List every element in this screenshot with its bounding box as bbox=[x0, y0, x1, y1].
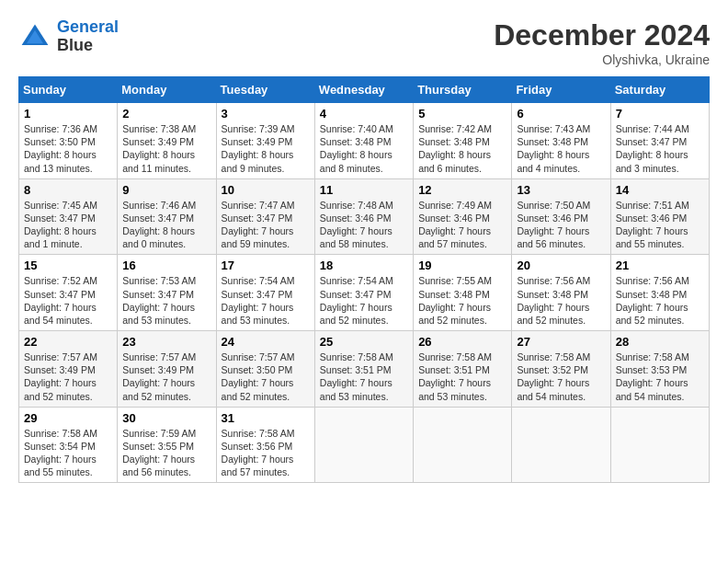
logo-text: General Blue bbox=[57, 18, 119, 55]
day-info: Sunrise: 7:44 AM Sunset: 3:47 PM Dayligh… bbox=[616, 122, 704, 175]
day-info: Sunrise: 7:57 AM Sunset: 3:50 PM Dayligh… bbox=[222, 350, 310, 403]
logo-icon bbox=[18, 20, 51, 53]
day-info: Sunrise: 7:36 AM Sunset: 3:50 PM Dayligh… bbox=[24, 122, 112, 175]
day-number: 6 bbox=[517, 107, 605, 121]
calendar-cell: 21Sunrise: 7:56 AM Sunset: 3:48 PM Dayli… bbox=[610, 255, 709, 331]
day-number: 13 bbox=[517, 183, 605, 197]
day-number: 29 bbox=[24, 411, 112, 425]
day-number: 14 bbox=[616, 183, 704, 197]
weekday-friday: Friday bbox=[512, 77, 610, 103]
calendar-cell bbox=[414, 407, 512, 483]
week-row-5: 29Sunrise: 7:58 AM Sunset: 3:54 PM Dayli… bbox=[19, 407, 710, 483]
day-number: 2 bbox=[122, 107, 210, 121]
day-number: 20 bbox=[517, 259, 605, 272]
calendar-cell: 12Sunrise: 7:49 AM Sunset: 3:46 PM Dayli… bbox=[414, 178, 512, 255]
weekday-sunday: Sunday bbox=[19, 77, 118, 103]
day-number: 19 bbox=[418, 259, 506, 272]
day-number: 25 bbox=[320, 335, 408, 349]
weekday-thursday: Thursday bbox=[414, 77, 512, 103]
day-info: Sunrise: 7:48 AM Sunset: 3:46 PM Dayligh… bbox=[320, 199, 408, 251]
calendar-table: SundayMondayTuesdayWednesdayThursdayFrid… bbox=[18, 76, 710, 483]
day-info: Sunrise: 7:59 AM Sunset: 3:55 PM Dayligh… bbox=[122, 427, 210, 479]
day-number: 12 bbox=[418, 183, 506, 197]
calendar-cell: 5Sunrise: 7:42 AM Sunset: 3:48 PM Daylig… bbox=[414, 103, 512, 179]
day-info: Sunrise: 7:56 AM Sunset: 3:48 PM Dayligh… bbox=[517, 274, 605, 327]
week-row-3: 15Sunrise: 7:52 AM Sunset: 3:47 PM Dayli… bbox=[19, 255, 710, 331]
title-block: December 2024 Olyshivka, Ukraine bbox=[494, 18, 710, 67]
weekday-monday: Monday bbox=[118, 77, 216, 103]
day-number: 23 bbox=[122, 335, 210, 349]
calendar-cell: 1Sunrise: 7:36 AM Sunset: 3:50 PM Daylig… bbox=[19, 103, 118, 179]
calendar-cell: 22Sunrise: 7:57 AM Sunset: 3:49 PM Dayli… bbox=[19, 331, 118, 408]
day-info: Sunrise: 7:56 AM Sunset: 3:48 PM Dayligh… bbox=[616, 274, 704, 327]
calendar-cell: 25Sunrise: 7:58 AM Sunset: 3:51 PM Dayli… bbox=[314, 331, 413, 408]
calendar-cell bbox=[314, 407, 413, 483]
day-info: Sunrise: 7:45 AM Sunset: 3:47 PM Dayligh… bbox=[24, 199, 112, 251]
calendar-cell: 3Sunrise: 7:39 AM Sunset: 3:49 PM Daylig… bbox=[216, 103, 314, 179]
day-info: Sunrise: 7:39 AM Sunset: 3:49 PM Dayligh… bbox=[222, 122, 310, 175]
day-number: 27 bbox=[517, 335, 605, 349]
day-number: 9 bbox=[122, 183, 210, 197]
calendar-cell: 16Sunrise: 7:53 AM Sunset: 3:47 PM Dayli… bbox=[118, 255, 216, 331]
calendar-cell: 26Sunrise: 7:58 AM Sunset: 3:51 PM Dayli… bbox=[414, 331, 512, 408]
week-row-1: 1Sunrise: 7:36 AM Sunset: 3:50 PM Daylig… bbox=[19, 103, 710, 179]
calendar-cell: 30Sunrise: 7:59 AM Sunset: 3:55 PM Dayli… bbox=[118, 407, 216, 483]
day-info: Sunrise: 7:55 AM Sunset: 3:48 PM Dayligh… bbox=[418, 274, 506, 327]
day-info: Sunrise: 7:58 AM Sunset: 3:52 PM Dayligh… bbox=[517, 350, 605, 403]
logo: General Blue bbox=[18, 18, 119, 55]
day-info: Sunrise: 7:38 AM Sunset: 3:49 PM Dayligh… bbox=[122, 122, 210, 175]
week-row-4: 22Sunrise: 7:57 AM Sunset: 3:49 PM Dayli… bbox=[19, 331, 710, 408]
calendar-cell: 11Sunrise: 7:48 AM Sunset: 3:46 PM Dayli… bbox=[314, 178, 413, 255]
day-number: 18 bbox=[320, 259, 408, 272]
day-info: Sunrise: 7:47 AM Sunset: 3:47 PM Dayligh… bbox=[222, 199, 310, 251]
day-info: Sunrise: 7:43 AM Sunset: 3:48 PM Dayligh… bbox=[517, 122, 605, 175]
day-info: Sunrise: 7:49 AM Sunset: 3:46 PM Dayligh… bbox=[418, 199, 506, 251]
calendar-cell: 17Sunrise: 7:54 AM Sunset: 3:47 PM Dayli… bbox=[216, 255, 314, 331]
day-number: 7 bbox=[616, 107, 704, 121]
calendar-cell: 10Sunrise: 7:47 AM Sunset: 3:47 PM Dayli… bbox=[216, 178, 314, 255]
calendar-cell: 23Sunrise: 7:57 AM Sunset: 3:49 PM Dayli… bbox=[118, 331, 216, 408]
calendar-cell: 7Sunrise: 7:44 AM Sunset: 3:47 PM Daylig… bbox=[610, 103, 709, 179]
calendar-cell: 8Sunrise: 7:45 AM Sunset: 3:47 PM Daylig… bbox=[19, 178, 118, 255]
day-number: 26 bbox=[418, 335, 506, 349]
day-number: 17 bbox=[222, 259, 310, 272]
weekday-header-row: SundayMondayTuesdayWednesdayThursdayFrid… bbox=[19, 77, 710, 103]
day-number: 28 bbox=[616, 335, 704, 349]
day-info: Sunrise: 7:58 AM Sunset: 3:56 PM Dayligh… bbox=[222, 427, 310, 479]
calendar-cell: 24Sunrise: 7:57 AM Sunset: 3:50 PM Dayli… bbox=[216, 331, 314, 408]
calendar-cell: 19Sunrise: 7:55 AM Sunset: 3:48 PM Dayli… bbox=[414, 255, 512, 331]
calendar-cell: 14Sunrise: 7:51 AM Sunset: 3:46 PM Dayli… bbox=[610, 178, 709, 255]
day-number: 10 bbox=[222, 183, 310, 197]
page-header: General Blue December 2024 Olyshivka, Uk… bbox=[18, 18, 710, 67]
day-number: 1 bbox=[24, 107, 112, 121]
calendar-cell: 27Sunrise: 7:58 AM Sunset: 3:52 PM Dayli… bbox=[512, 331, 610, 408]
calendar-cell: 28Sunrise: 7:58 AM Sunset: 3:53 PM Dayli… bbox=[610, 331, 709, 408]
calendar-cell: 15Sunrise: 7:52 AM Sunset: 3:47 PM Dayli… bbox=[19, 255, 118, 331]
day-info: Sunrise: 7:50 AM Sunset: 3:46 PM Dayligh… bbox=[517, 199, 605, 251]
day-info: Sunrise: 7:58 AM Sunset: 3:51 PM Dayligh… bbox=[418, 350, 506, 403]
day-info: Sunrise: 7:57 AM Sunset: 3:49 PM Dayligh… bbox=[24, 350, 112, 403]
weekday-wednesday: Wednesday bbox=[314, 77, 413, 103]
calendar-cell bbox=[610, 407, 709, 483]
day-number: 11 bbox=[320, 183, 408, 197]
day-number: 31 bbox=[222, 411, 310, 425]
calendar-cell: 6Sunrise: 7:43 AM Sunset: 3:48 PM Daylig… bbox=[512, 103, 610, 179]
day-number: 3 bbox=[222, 107, 310, 121]
day-info: Sunrise: 7:57 AM Sunset: 3:49 PM Dayligh… bbox=[122, 350, 210, 403]
month-title: December 2024 bbox=[494, 18, 710, 52]
day-number: 15 bbox=[24, 259, 112, 272]
calendar-cell: 9Sunrise: 7:46 AM Sunset: 3:47 PM Daylig… bbox=[118, 178, 216, 255]
day-info: Sunrise: 7:46 AM Sunset: 3:47 PM Dayligh… bbox=[122, 199, 210, 251]
day-info: Sunrise: 7:40 AM Sunset: 3:48 PM Dayligh… bbox=[320, 122, 408, 175]
weekday-saturday: Saturday bbox=[610, 77, 709, 103]
calendar-cell: 31Sunrise: 7:58 AM Sunset: 3:56 PM Dayli… bbox=[216, 407, 314, 483]
day-info: Sunrise: 7:58 AM Sunset: 3:53 PM Dayligh… bbox=[616, 350, 704, 403]
weekday-tuesday: Tuesday bbox=[216, 77, 314, 103]
day-info: Sunrise: 7:58 AM Sunset: 3:51 PM Dayligh… bbox=[320, 350, 408, 403]
day-number: 8 bbox=[24, 183, 112, 197]
calendar-cell: 20Sunrise: 7:56 AM Sunset: 3:48 PM Dayli… bbox=[512, 255, 610, 331]
calendar-cell: 18Sunrise: 7:54 AM Sunset: 3:47 PM Dayli… bbox=[314, 255, 413, 331]
calendar-cell: 29Sunrise: 7:58 AM Sunset: 3:54 PM Dayli… bbox=[19, 407, 118, 483]
day-info: Sunrise: 7:54 AM Sunset: 3:47 PM Dayligh… bbox=[222, 274, 310, 327]
location-subtitle: Olyshivka, Ukraine bbox=[494, 52, 710, 67]
